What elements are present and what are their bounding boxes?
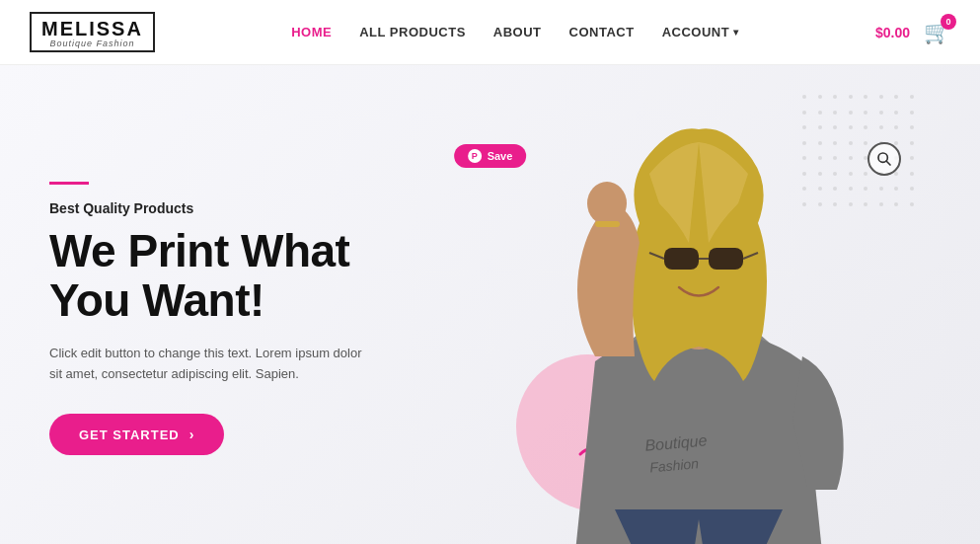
search-icon-button[interactable] [867, 142, 901, 176]
chevron-down-icon: ▾ [733, 27, 739, 38]
nav-all-products[interactable]: ALL PRODUCTS [359, 25, 466, 39]
cart-badge: 0 [941, 14, 956, 30]
hero-subtitle: Best Quality Products [49, 200, 365, 216]
header: MELISSA Boutique Fashion HOME ALL PRODUC… [0, 0, 980, 65]
pink-line-decoration [49, 182, 89, 185]
svg-rect-14 [595, 221, 620, 227]
nav-right: $0.00 🛒 0 [875, 20, 950, 45]
svg-rect-9 [709, 248, 743, 270]
nav-account[interactable]: ACCOUNT ▾ [662, 25, 739, 39]
hero-image: Boutique Fashion [496, 65, 911, 544]
logo-subtitle: Boutique Fashion [41, 39, 143, 48]
logo-title: MELISSA [41, 18, 143, 40]
main-nav: HOME ALL PRODUCTS ABOUT CONTACT ACCOUNT … [291, 25, 738, 39]
pinterest-icon: P [468, 149, 482, 163]
get-started-button[interactable]: GET STARTED › [49, 414, 224, 455]
hero-description: Click edit button to change this text. L… [49, 344, 365, 385]
save-button[interactable]: P Save [454, 144, 527, 168]
svg-point-13 [587, 182, 627, 225]
hero-content: Best Quality Products We Print What You … [0, 162, 365, 456]
hero-section: (function() { const grid = document.quer… [0, 65, 980, 544]
nav-about[interactable]: ABOUT [493, 25, 542, 39]
nav-home[interactable]: HOME [291, 25, 332, 39]
cart-button[interactable]: 🛒 0 [924, 20, 950, 45]
arrow-icon: › [189, 427, 195, 442]
hero-title: We Print What You Want! [49, 226, 365, 326]
logo[interactable]: MELISSA Boutique Fashion [30, 12, 155, 52]
cart-price: $0.00 [875, 25, 910, 40]
nav-contact[interactable]: CONTACT [569, 25, 635, 39]
svg-rect-8 [664, 248, 699, 270]
svg-line-1 [886, 161, 890, 165]
